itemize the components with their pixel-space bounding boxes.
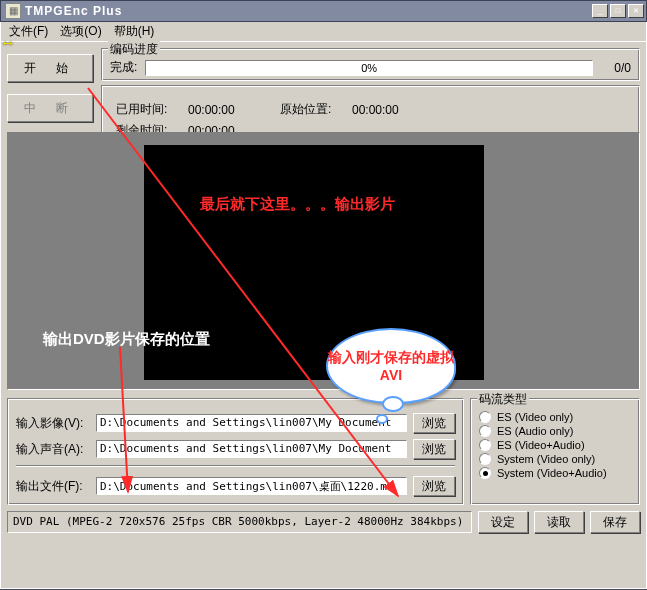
progress-group-label: 编码进度 xyxy=(108,41,160,58)
radio-es-audio[interactable]: ES (Audio only) xyxy=(479,425,631,437)
title-bar: ▦ TMPGEnc Plus _ ☐ ✕ xyxy=(0,0,647,22)
app-icon: ▦ xyxy=(5,3,21,19)
source-label: 原始位置: xyxy=(276,100,346,119)
browse-output-button[interactable]: 浏览 xyxy=(413,476,455,496)
input-video-label: 输入影像(V): xyxy=(16,415,90,432)
status-bar: DVD PAL (MPEG-2 720x576 25fps CBR 5000kb… xyxy=(7,511,472,533)
save-button[interactable]: 保存 xyxy=(590,511,640,533)
annotation-resize-icon: ↔ xyxy=(0,34,16,52)
menu-options[interactable]: 选项(O) xyxy=(56,21,105,42)
start-button[interactable]: 开 始 xyxy=(7,54,93,82)
source-value: 00:00:00 xyxy=(348,100,629,119)
input-audio-field[interactable]: D:\Documents and Settings\lin007\My Docu… xyxy=(96,440,407,458)
input-audio-label: 输入声音(A): xyxy=(16,441,90,458)
annotation-bubble-tail-icon xyxy=(382,396,404,412)
annotation-output-text: 输出DVD影片保存的位置 xyxy=(43,330,210,349)
radio-sys-va[interactable]: System (Video+Audio) xyxy=(479,467,631,479)
minimize-button[interactable]: _ xyxy=(592,4,608,18)
menu-bar: 文件(F) 选项(O) 帮助(H) xyxy=(0,22,647,42)
elapsed-value: 00:00:00 xyxy=(184,100,274,119)
menu-help[interactable]: 帮助(H) xyxy=(110,21,159,42)
elapsed-label: 已用时间: xyxy=(112,100,182,119)
io-group: 输入影像(V): D:\Documents and Settings\lin00… xyxy=(7,398,464,505)
output-file-field[interactable]: D:\Documents and Settings\lin007\桌面\1220… xyxy=(96,477,407,495)
progress-ratio: 0/0 xyxy=(601,61,631,75)
input-video-field[interactable]: D:\Documents and Settings\lin007\My Docu… xyxy=(96,414,407,432)
browse-audio-button[interactable]: 浏览 xyxy=(413,439,455,459)
browse-video-button[interactable]: 浏览 xyxy=(413,413,455,433)
progress-bar: 0% xyxy=(145,60,593,76)
maximize-button[interactable]: ☐ xyxy=(610,4,626,18)
stream-type-label: 码流类型 xyxy=(477,391,529,408)
radio-es-video[interactable]: ES (Video only) xyxy=(479,411,631,423)
annotation-bubble-tail2-icon xyxy=(376,414,388,424)
preview-area xyxy=(7,132,640,390)
output-file-label: 输出文件(F): xyxy=(16,478,90,495)
annotation-bubble: 输入刚才保存的虚拟AVI xyxy=(326,328,456,404)
load-button[interactable]: 读取 xyxy=(534,511,584,533)
client-area: 开 始 中 断 编码进度 完成: 0% 0/0 已用时间: 00:00:00 原… xyxy=(0,42,647,589)
window-title: TMPGEnc Plus xyxy=(25,4,592,18)
annotation-preview-text: 最后就下这里。。。输出影片 xyxy=(200,195,395,214)
radio-sys-video[interactable]: System (Video only) xyxy=(479,453,631,465)
settings-button[interactable]: 设定 xyxy=(478,511,528,533)
radio-es-va[interactable]: ES (Video+Audio) xyxy=(479,439,631,451)
stream-type-group: 码流类型 ES (Video only) ES (Audio only) ES … xyxy=(470,398,640,505)
close-button[interactable]: ✕ xyxy=(628,4,644,18)
stop-button[interactable]: 中 断 xyxy=(7,94,93,122)
progress-done-label: 完成: xyxy=(110,59,137,76)
